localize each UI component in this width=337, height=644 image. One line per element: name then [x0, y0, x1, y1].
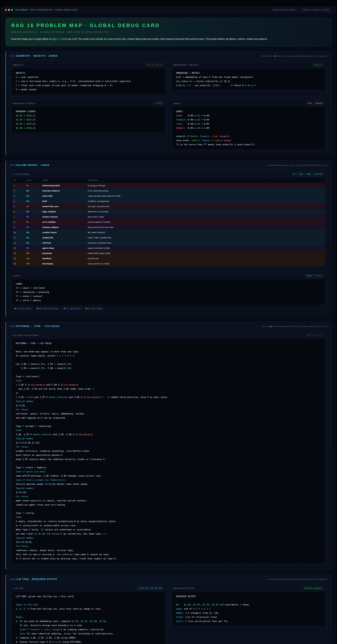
cell-name: logic collapse [41, 210, 86, 213]
code-line [16, 611, 161, 615]
code-line: cos_sim(u,v) = cosine similarity in [0,1… [176, 79, 322, 83]
lanes-code-block: LANESIN = input / retrievalRE = reasonin… [12, 279, 325, 305]
cell-lane: IN [25, 205, 41, 208]
section-title: [01] GEOMETRY · OBJECTS · ZONES [10, 55, 58, 57]
code-line [16, 346, 322, 350]
table-row: 5INembed false possim high, relevance lo… [12, 204, 325, 209]
code-line: or E inconsistent or unobservable across… [16, 524, 322, 528]
section-header: [01] GEOMETRY · OBJECTS · ZONES Q/E/P/A … [10, 55, 328, 58]
code-line: and add logging so E can be inspected. [16, 416, 322, 420]
code-line [176, 130, 322, 134]
section-number: [03] [10, 325, 15, 328]
table-body: 1INhallucination/driftE wrong or off-top… [12, 183, 325, 266]
cell-no: 7 [12, 216, 25, 218]
lane-legend-label: IN · input / retrieval [17, 308, 32, 310]
table-row: 15OPdeadlockcircular wait [12, 256, 325, 261]
table-row: 9STentropy collapselong context turns in… [12, 225, 325, 230]
lane-dot-icon [15, 308, 16, 309]
panel-header: PATTERN DEFINITIONS R / P / S / I [12, 333, 325, 337]
maximize-window-button[interactable] [11, 9, 13, 11]
cell-no: 2 [12, 190, 25, 192]
lane-legend-chip: OP · infra / deploy [84, 307, 104, 310]
code-line: High Z_EP usually means the template dis… [16, 457, 322, 461]
code-line: fixes: list of structural_fixes [176, 615, 322, 619]
code-line: zone_order: safe < transit < risk < dang… [176, 138, 322, 142]
code-line: {7,9,13} [16, 490, 322, 494]
code-line: ZONES [176, 109, 322, 114]
cell-symptom: E wrong or off-topic [86, 184, 325, 187]
minimize-window-button[interactable] [8, 9, 10, 11]
app-window: RAG-DEBUG · RAG 16 PROBLEM MAP · GLOBAL … [1, 6, 336, 644]
cell-symptom: cannot inspect E content [86, 221, 325, 223]
llm-task-code-block: LLM TASK (given one failing run + this c… [12, 592, 165, 644]
section-title: [03] PATTERNS → TYPE → FIX FOCUS [10, 325, 60, 328]
section-note: Q/E/P/A objects, ΔS metric and four boun… [262, 55, 328, 58]
geometry-row-2: BOUNDARY SCORES 4 CUTS BOUNDARY SCORESΔS… [10, 99, 328, 152]
panel-required-output: REQUIRED OUTPUT MACHINE-READABLE REQUIRE… [170, 584, 328, 644]
cell-lane: RE [25, 195, 41, 197]
panel-llm-task: LLM TASK GIVEN ONE FAILING RUN LLM TASK … [10, 584, 167, 644]
panel-boundary-scores: BOUNDARY SCORES 4 CUTS BOUNDARY SCORESΔS… [10, 99, 167, 152]
code-line: modes: 1-3 integers from {1..16} [176, 611, 322, 615]
table-row: 13STagent chaosagents overwrite or fight [12, 246, 325, 251]
code-line: Input to the LLM: [16, 602, 161, 607]
lane-dot-icon [64, 308, 65, 309]
code-line [16, 370, 322, 374]
table-row: 1INhallucination/driftE wrong or off-top… [12, 183, 325, 188]
badge-semantic-firewall: SEMANTIC FIREWALL FOR RAG [300, 8, 332, 12]
cell-symptom: E ok, reasoning wrong [86, 190, 325, 192]
code-line: OP = infra / deploy [16, 298, 322, 302]
cell-no: 5 [12, 205, 25, 208]
embedding-code-block: EMBEDDING + METRICI(X) = embedding of te… [172, 68, 325, 90]
table-row: 10REcreative freezeflat, literal, blocke… [12, 230, 325, 235]
code-line: risk: 0.60 ≤ ΔS < 0.85 [176, 122, 322, 126]
code-line: zone(ΔS) ∈ {safe, transit, risk, danger} [176, 134, 322, 138]
boundary-code-block: BOUNDARY SCORESΔS_QE = ΔS(Q,E)ΔS_EP = ΔS… [12, 107, 165, 132]
code-line: readiness checks, smoke tests, version t… [16, 548, 322, 552]
table-row: 8INno E visibilitycannot inspect E conte… [12, 220, 325, 225]
cell-name: self-loop [41, 242, 86, 244]
section-number: [02] [10, 164, 15, 166]
panel-header: LANES WHERE IT FAILS [12, 274, 325, 278]
code-line: make state explicit in inputs, shorten a… [16, 498, 322, 503]
code-line: Cond: [16, 515, 322, 519]
panel-label: LLM TASK [13, 587, 24, 589]
code-line: Steps: [16, 615, 161, 619]
cell-lane: ST [25, 226, 41, 228]
panel-pattern-definitions: PATTERN DEFINITIONS R / P / S / I PATTER… [10, 331, 328, 566]
cell-no: 8 [12, 221, 25, 223]
cell-lane: RE [25, 190, 41, 192]
section-title-text: FAILURE MODES · LANES [16, 164, 50, 166]
cell-symptom: multi-step plan drifts away from Q/E [86, 195, 325, 197]
code-line: ΔS_EP = ΔS(E,P) [16, 118, 161, 122]
cell-symptom: recursion or paradox loop [86, 242, 325, 244]
panel-objects: OBJECTS Q / E / P / A OBJECTSQ = user qu… [10, 61, 167, 96]
code-line: stabilize agent roles and turn-taking. [16, 503, 322, 507]
code-line: Type P (prompt / reasoning) [16, 424, 322, 428]
close-window-button[interactable] [5, 9, 7, 11]
cell-symptom: code / math / symbols fail [86, 236, 325, 239]
cell-no: 10 [12, 231, 25, 234]
cell-lane: RE [25, 236, 41, 239]
cell-symptom: wrong version or config [86, 262, 325, 265]
page-content: RAG 16 PROBLEM MAP · GLOBAL DEBUG CARD O… [2, 13, 336, 644]
panel-label: REQUIRED OUTPUT [173, 587, 195, 589]
section-llm-task: [04] LLM TASK · REQUIRED OUTPUT What any… [6, 574, 332, 644]
cell-symptom: long context turns into noise [86, 226, 325, 228]
table-row: 3REchain driftmulti-step plan drifts awa… [12, 194, 325, 199]
code-line [176, 598, 322, 602]
cell-no: 1 [12, 184, 25, 187]
code-line: ΔS_QA = ΔS(Q,A) [16, 126, 161, 130]
panel-header: 16 RAG MODES NO / LANE / NAME / SYMPTOM [12, 172, 325, 176]
code-line: A = model answer [16, 88, 161, 92]
code-line [16, 507, 322, 511]
code-line: ( Z_QE ∈ {risk,danger} and Z_QA ∈ {risk,… [16, 383, 322, 387]
hero-banner: RAG 16 PROBLEM MAP · GLOBAL DEBUG CARD O… [6, 18, 332, 46]
code-line: I(X) = embedding of text X from one fixe… [176, 75, 322, 79]
cell-symptom: circular wait [86, 257, 325, 260]
cell-name: entropy collapse [41, 226, 86, 228]
lane-legend-label: RE · reasoning / planning [39, 308, 58, 310]
code-line: If E exists but is hidden only by missin… [16, 556, 322, 561]
code-line: Q = user question [16, 75, 161, 79]
code-line: ( Z_QE = safe and Z_EP ∈ {safe,transit} … [16, 395, 322, 399]
